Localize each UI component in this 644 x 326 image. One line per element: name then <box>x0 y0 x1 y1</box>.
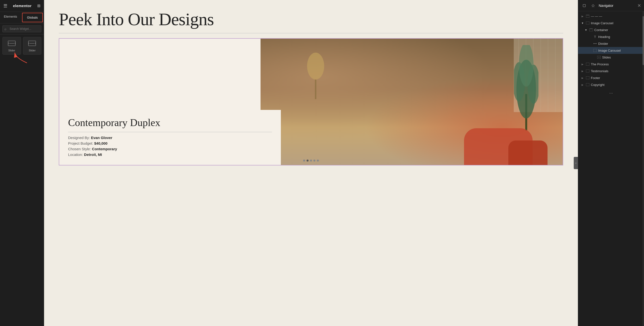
canvas-content: Peek Into Our Designs <box>44 0 578 326</box>
navigator-more-button[interactable]: ... <box>578 88 644 96</box>
slider-icon-1 <box>8 41 16 47</box>
nav-item-benefits[interactable]: ▶ — — — <box>578 13 644 19</box>
nav-icon-divider-1 <box>593 41 597 46</box>
sidebar-header: ☰ elementor ⊞ <box>0 0 44 12</box>
nav-item-testimonials[interactable]: ▶ Testimonials <box>578 67 644 74</box>
widget-card-slider-1[interactable]: Slider <box>2 37 21 54</box>
nav-label-testimonials: Testimonials <box>591 69 642 73</box>
nav-label-image-carousel-1: Image Carousel <box>591 21 642 25</box>
navigator-pin-icon[interactable] <box>581 2 588 9</box>
nav-icon-image-carousel-2 <box>593 48 597 53</box>
navigator-title: Navigator <box>599 4 614 7</box>
sidebar-tabs: Elements Globals <box>0 12 44 23</box>
carousel-dot-2[interactable] <box>310 160 312 162</box>
nav-toggle-the-process[interactable]: ▶ <box>580 62 584 66</box>
heading-divider <box>59 33 563 33</box>
carousel-detail-3: Location: Detroit, MI <box>68 152 272 157</box>
nav-label-footer: Footer <box>591 76 642 80</box>
nav-spacer-ic2: ▶ <box>588 48 592 52</box>
nav-item-image-carousel-2[interactable]: ▶ Image Carousel <box>578 47 644 54</box>
left-sidebar: ☰ elementor ⊞ Elements Globals Slider <box>0 0 44 326</box>
nav-label-the-process: The Process <box>591 62 642 66</box>
carousel-info: Contemporary Duplex Designed By: Evan Gl… <box>59 110 281 165</box>
svg-rect-23 <box>586 21 590 24</box>
nav-toggle-container-1[interactable]: ▼ <box>584 28 588 32</box>
carousel-detail-1: Project Budget: $40,000 <box>68 141 272 145</box>
nav-label-slides-1: Slides <box>602 55 642 59</box>
navigator-scrollbar-thumb[interactable] <box>642 16 644 65</box>
nav-icon-image-carousel-1 <box>586 21 590 25</box>
carousel-dot-4[interactable] <box>317 160 319 162</box>
slider-icon-2 <box>28 41 36 47</box>
nav-item-container-1[interactable]: ▼ Container <box>578 26 644 33</box>
elementor-logo: elementor <box>13 4 32 8</box>
widget-grid: Slider Slider <box>0 34 44 57</box>
tab-elements[interactable]: Elements <box>0 12 21 23</box>
nav-toggle-copyright[interactable]: ▶ <box>580 83 584 87</box>
carousel-image-bg <box>260 39 563 165</box>
nav-label-benefits: — — — <box>591 14 642 18</box>
carousel-dots <box>303 160 319 162</box>
nav-label-image-carousel-2: Image Carousel <box>598 49 642 52</box>
nav-spacer-divider: ▶ <box>588 42 592 45</box>
navigator-close-button[interactable]: ✕ <box>638 3 641 8</box>
nav-label-heading-1: Heading <box>598 35 642 39</box>
svg-point-5 <box>307 53 324 79</box>
page-heading: Peek Into Our Designs <box>59 10 563 29</box>
navigator-scrollbar-track[interactable] <box>642 11 644 326</box>
svg-rect-34 <box>586 76 590 79</box>
svg-rect-33 <box>586 69 590 72</box>
widget-card-slider-2[interactable]: Slider <box>23 37 42 54</box>
navigator-header-left: Navigator <box>581 2 614 9</box>
nav-item-the-process[interactable]: ▶ The Process <box>578 61 644 67</box>
nav-label-divider-1: Divider <box>598 42 642 45</box>
nav-toggle-testimonials[interactable]: ▶ <box>580 69 584 73</box>
nav-item-image-carousel-1[interactable]: ▼ Image Carousel <box>578 19 644 26</box>
svg-rect-19 <box>583 4 586 7</box>
nav-item-divider-1[interactable]: ▶ Divider <box>578 40 644 47</box>
nav-icon-testimonials <box>586 69 590 73</box>
nav-item-heading-1[interactable]: ▶ T Heading <box>578 33 644 40</box>
nav-item-footer[interactable]: ▶ Footer <box>578 74 644 81</box>
svg-rect-29 <box>593 49 597 52</box>
nav-label-container-1: Container <box>594 28 642 32</box>
nav-label-copyright: Copyright <box>591 83 642 87</box>
nav-toggle-image-carousel-1[interactable]: ▼ <box>580 21 584 25</box>
widget-label-slider-2: Slider <box>29 49 36 52</box>
search-input[interactable] <box>2 25 42 32</box>
carousel-dot-0[interactable] <box>303 160 305 162</box>
nav-toggle-footer[interactable]: ▶ <box>580 76 584 80</box>
nav-icon-heading-1: T <box>593 34 597 39</box>
carousel-detail-2: Chosen Style: Contemporary <box>68 147 272 151</box>
carousel-info-divider <box>68 132 272 132</box>
svg-marker-20 <box>592 4 594 7</box>
tab-globals[interactable]: Globals <box>22 13 43 22</box>
nav-icon-slides-1 <box>597 55 601 59</box>
carousel-image <box>260 39 563 165</box>
nav-icon-benefits <box>586 14 590 18</box>
sidebar-search-area <box>0 23 44 34</box>
nav-spacer-heading: ▶ <box>588 35 592 39</box>
nav-item-slides-1[interactable]: ▶ Slides <box>578 54 644 61</box>
svg-rect-35 <box>586 83 590 86</box>
nav-toggle-benefits[interactable]: ▶ <box>580 14 584 18</box>
nav-icon-container-1 <box>589 28 593 32</box>
carousel-dot-3[interactable] <box>314 160 316 162</box>
svg-rect-6 <box>315 79 316 99</box>
navigator-panel: Navigator ✕ ▶ — — — ▼ Image Carousel ▼ C <box>578 0 644 326</box>
nav-spacer-slides: ▶ <box>592 55 596 59</box>
navigator-body: ▶ — — — ▼ Image Carousel ▼ Container ▶ T <box>578 11 644 326</box>
nav-icon-copyright <box>586 82 590 87</box>
nav-item-copyright[interactable]: ▶ Copyright <box>578 81 644 88</box>
carousel-area[interactable]: Contemporary Duplex Designed By: Evan Gl… <box>59 38 563 165</box>
collapse-handle[interactable]: ‹ <box>574 157 578 169</box>
carousel-dot-1[interactable] <box>306 160 308 162</box>
canvas-area: Peek Into Our Designs <box>44 0 578 326</box>
hamburger-icon[interactable]: ☰ <box>4 3 7 8</box>
carousel-title: Contemporary Duplex <box>68 117 272 128</box>
navigator-magic-icon[interactable] <box>590 2 596 9</box>
svg-rect-32 <box>586 63 590 66</box>
grid-icon[interactable]: ⊞ <box>37 3 40 8</box>
carousel-detail-0: Designed By: Evan Glover <box>68 136 272 140</box>
nav-icon-the-process <box>586 62 590 66</box>
